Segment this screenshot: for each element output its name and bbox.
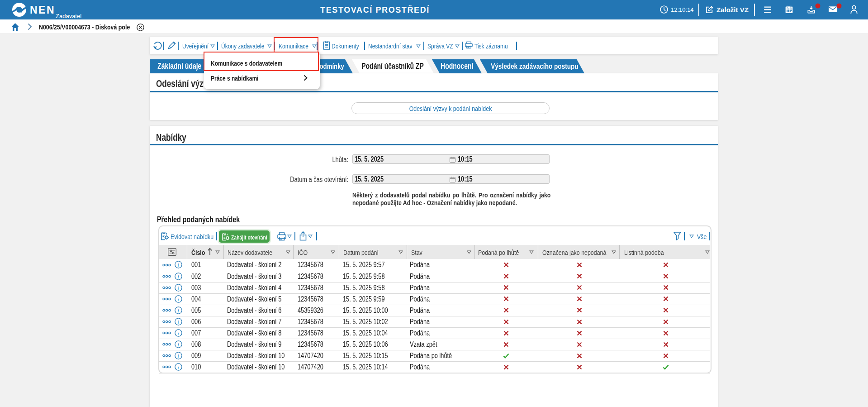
svg-text:i: i bbox=[177, 262, 179, 268]
svg-text:i: i bbox=[177, 274, 179, 279]
svg-text:i: i bbox=[177, 353, 179, 359]
svg-text:i: i bbox=[177, 342, 179, 347]
svg-text:i: i bbox=[177, 285, 179, 291]
svg-text:i: i bbox=[177, 330, 179, 336]
svg-text:i: i bbox=[177, 364, 179, 370]
svg-text:i: i bbox=[177, 297, 179, 302]
svg-text:i: i bbox=[177, 308, 179, 313]
svg-text:i: i bbox=[177, 319, 179, 325]
